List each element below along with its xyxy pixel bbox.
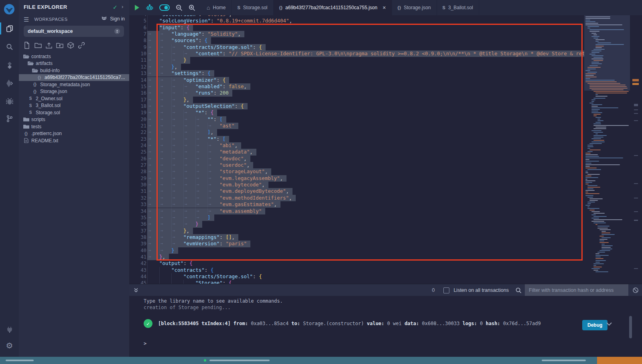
code-line-19[interactable]: →→→→"*": { [147, 109, 217, 116]
zoom-out-icon[interactable] [175, 4, 183, 11]
code-line-5[interactable]: "solcLongVersion": "0.8.19+commit.7dd6d4… [147, 18, 292, 24]
search-icon[interactable] [0, 40, 19, 54]
clear-console-icon[interactable] [632, 287, 639, 293]
minimap-viewport[interactable] [584, 15, 630, 91]
code-line-17[interactable]: →→→}, [147, 97, 193, 103]
code-line-40[interactable]: →→} [147, 247, 178, 254]
code-line-31[interactable]: →→→→→→"evm.deployedBytecode", [147, 188, 293, 194]
code-line-43[interactable]: "contracts": { [147, 267, 213, 273]
code-line-24[interactable]: →→→→→→"abi", [147, 142, 241, 149]
tree-item-scripts[interactable]: scripts [19, 116, 129, 123]
code-line-39[interactable]: →→→"evmVersion": "paris" [147, 241, 250, 247]
code-line-16[interactable]: →→→→"runs": 200 [147, 90, 232, 96]
terminal-scrollbar-thumb[interactable] [629, 316, 632, 338]
tree-item-build-info[interactable]: build-info [19, 67, 129, 74]
code-line-44[interactable]: "contracts/Storage.sol": { [147, 273, 262, 280]
listen-all-transactions-checkbox[interactable] [443, 287, 449, 293]
code-line-8[interactable]: →→"sources": { [147, 37, 211, 44]
upload-folder-icon[interactable] [56, 42, 63, 49]
code-line-42[interactable]: "output": { [147, 260, 193, 267]
new-folder-icon[interactable] [35, 42, 42, 49]
code-line-41[interactable]: →}, [147, 254, 169, 260]
hamburger-menu-icon[interactable]: ☰ [24, 16, 29, 23]
code-line-21[interactable]: →→→→→→"ast" [147, 123, 238, 129]
minimap[interactable] [584, 15, 642, 284]
tree-item-readme-txt[interactable]: README.txt [19, 137, 129, 144]
code-line-23[interactable]: →→→→→"*": [ [147, 136, 229, 142]
workspace-select[interactable]: default_workspace [24, 26, 124, 37]
tab-home[interactable]: ⌂Home [201, 0, 232, 15]
git-icon[interactable] [0, 112, 19, 125]
tab-a69b43f277ba20fcac141151250ca755-json[interactable]: {}a69b43f277ba20fcac141151250ca755.json× [274, 0, 392, 15]
link-icon[interactable] [78, 42, 85, 49]
check-icon[interactable]: ✓ [113, 4, 118, 10]
tree-item-3-ballot-sol[interactable]: S3_Ballot.sol [19, 102, 129, 109]
terminal-collapse-icon[interactable] [133, 287, 139, 293]
statusbar-alert-badge[interactable] [597, 357, 642, 364]
upload-file-icon[interactable] [45, 42, 53, 49]
tab-storage-json[interactable]: {}Storage.json [392, 0, 437, 15]
code-line-27[interactable]: →→→→→→"userdoc", [147, 162, 253, 168]
code-line-38[interactable]: →→→"remappings": [], [147, 234, 238, 241]
debug-button[interactable]: Debug [582, 320, 607, 330]
code-line-25[interactable]: →→→→→→"metadata", [147, 149, 256, 155]
toggle-icon[interactable] [159, 4, 170, 11]
transaction-filter-input[interactable] [525, 284, 628, 296]
terminal[interactable]: Type the library name to see available c… [129, 296, 642, 357]
ai-assistant-icon[interactable] [146, 4, 154, 11]
code-line-37[interactable]: →→→}, [147, 228, 193, 234]
code-line-6[interactable]: "input": { [147, 24, 193, 31]
workspace-stepper-icon[interactable] [114, 28, 120, 34]
code-editor[interactable]: 4"solcVersion": "0.8.19",5"solcLongVersi… [129, 15, 642, 284]
zoom-in-icon[interactable] [188, 4, 195, 11]
tree-item-storage-sol[interactable]: SStorage.sol [19, 109, 129, 116]
code-line-11[interactable]: →→→} [147, 57, 190, 63]
tree-item-a69b43f277ba20fcac141151250ca7-[interactable]: {}a69b43f277ba20fcac141151250ca7... [19, 74, 129, 81]
tree-item--prettierrc-json[interactable]: {}.prettierrc.json [19, 130, 129, 138]
settings-icon[interactable]: ⚙ [0, 339, 19, 352]
tab-storage-sol[interactable]: SStorage.sol [232, 0, 273, 15]
close-icon[interactable]: × [382, 4, 386, 11]
code-line-20[interactable]: →→→→→"": [ [147, 116, 226, 123]
code-line-26[interactable]: →→→→→→"devdoc", [147, 156, 250, 162]
terminal-search-icon[interactable] [515, 287, 522, 293]
tree-item-storage-json[interactable]: {}Storage.json [19, 88, 129, 95]
code-line-14[interactable]: →→→"optimizer": { [147, 77, 229, 83]
code-line-29[interactable]: →→→→→→"evm.legacyAssembly", [147, 175, 286, 182]
new-file-icon[interactable] [24, 42, 31, 49]
code-line-34[interactable]: →→→→→→"evm.assembly" [147, 208, 265, 214]
code-line-9[interactable]: →→→"contracts/Storage.sol": { [147, 44, 266, 51]
code-line-13[interactable]: →→"settings": { [147, 70, 214, 77]
tree-item-artifacts[interactable]: artifacts [19, 60, 129, 67]
code-line-10[interactable]: →→→→"content": "// SPDX-License-Identifi… [147, 51, 642, 57]
code-line-32[interactable]: →→→→→→"evm.methodIdentifiers", [147, 195, 296, 201]
terminal-prompt[interactable]: > [144, 341, 146, 346]
remix-logo[interactable] [2, 3, 16, 16]
code-line-28[interactable]: →→→→→→"storageLayout", [147, 168, 271, 175]
tx-expand-chevron-icon[interactable] [606, 322, 612, 326]
transaction-log-row[interactable]: ✓ [block:5583405 txIndex:4] from: 0xa03.… [144, 319, 541, 328]
code-line-45[interactable]: "Storage": { [147, 280, 232, 284]
tab-3-ballot-sol[interactable]: S3_Ballot.sol [437, 0, 479, 15]
code-line-30[interactable]: →→→→→→"evm.bytecode", [147, 182, 268, 188]
sign-in-button[interactable]: Sign in [101, 16, 125, 22]
deploy-run-icon[interactable] [0, 77, 19, 90]
code-line-12[interactable]: →→}, [147, 64, 181, 70]
code-line-18[interactable]: →→→"outputSelection": { [147, 103, 248, 109]
cube-icon[interactable] [67, 42, 74, 49]
tree-item-contracts[interactable]: contracts [19, 53, 129, 60]
run-script-icon[interactable] [134, 4, 140, 11]
tree-item-tests[interactable]: tests [19, 123, 129, 130]
solidity-compiler-icon[interactable] [0, 59, 19, 72]
debugger-icon[interactable] [0, 95, 19, 108]
plugin-manager-icon[interactable] [0, 323, 19, 336]
code-line-36[interactable]: →→→→} [147, 221, 202, 227]
code-line-33[interactable]: →→→→→→"evm.gasEstimates", [147, 201, 280, 208]
code-line-35[interactable]: →→→→→] [147, 214, 214, 221]
file-explorer-icon[interactable] [0, 22, 19, 35]
panel-chevron-right-icon[interactable]: › [122, 4, 123, 10]
tree-item-2-owner-sol[interactable]: S2_Owner.sol [19, 95, 129, 102]
code-line-7[interactable]: →→"language": "Solidity", [147, 31, 244, 37]
code-line-22[interactable]: →→→→→], [147, 129, 217, 135]
tree-item-storage-metadata-json[interactable]: {}Storage_metadata.json [19, 81, 129, 88]
